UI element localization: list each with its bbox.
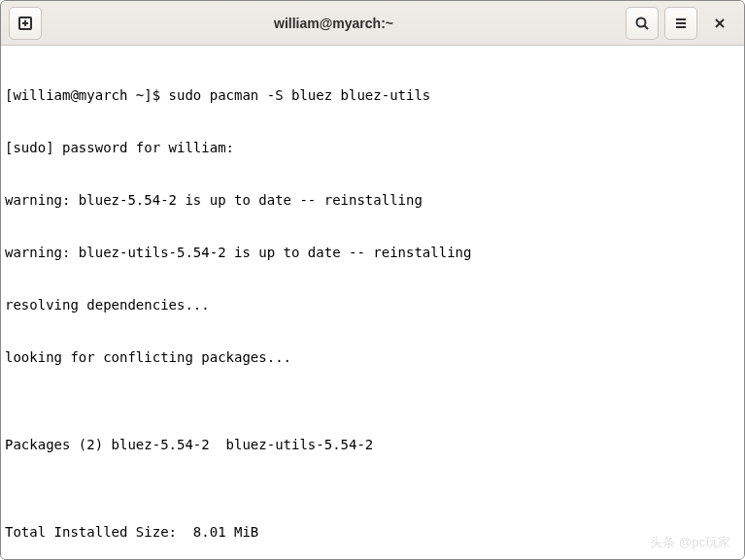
terminal-line: warning: bluez-5.54-2 is up to date -- r… [5,191,740,209]
hamburger-icon [673,16,689,31]
window-title: william@myarch:~ [50,16,618,31]
command: sudo pacman -S bluez bluez-utils [169,87,431,103]
svg-point-3 [637,17,646,26]
titlebar-right-buttons [626,7,736,40]
menu-button[interactable] [664,7,697,40]
search-button[interactable] [626,7,659,40]
terminal-line: Packages (2) bluez-5.54-2 bluez-utils-5.… [5,436,740,453]
search-icon [634,16,650,31]
prompt: [william@myarch ~]$ [5,87,169,103]
new-tab-button[interactable] [9,7,42,40]
close-button[interactable] [703,7,736,40]
titlebar: william@myarch:~ [1,1,744,46]
new-tab-icon [17,16,33,31]
terminal-line: Total Installed Size: 8.01 MiB [5,523,740,541]
terminal-line: [william@myarch ~]$ sudo pacman -S bluez… [5,86,740,104]
terminal-line: looking for conflicting packages... [5,348,740,366]
terminal-line: [sudo] password for william: [5,139,740,156]
terminal-line: warning: bluez-utils-5.54-2 is up to dat… [5,244,740,261]
svg-line-4 [645,25,649,29]
terminal-output[interactable]: [william@myarch ~]$ sudo pacman -S bluez… [1,46,744,559]
close-icon [712,16,728,31]
terminal-line: resolving dependencies... [5,296,740,313]
